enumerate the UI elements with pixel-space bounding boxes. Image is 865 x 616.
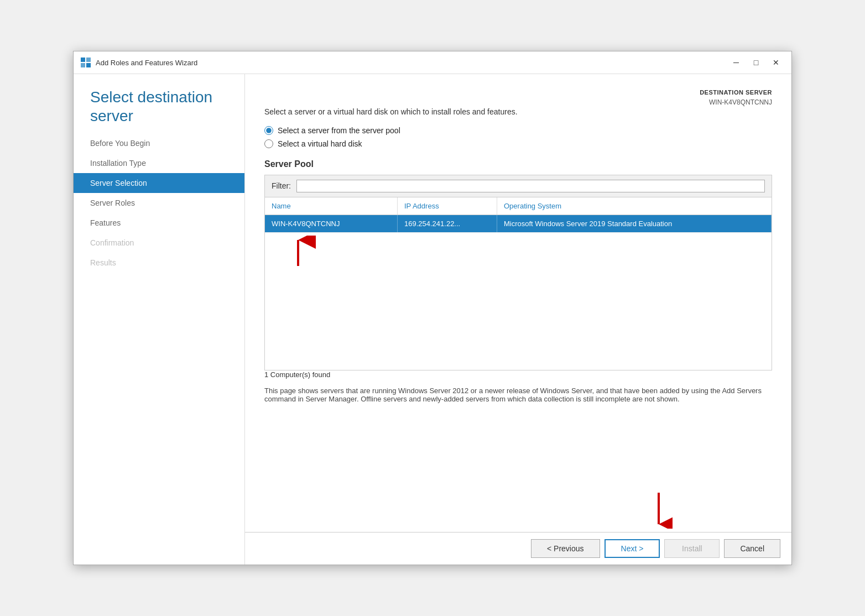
computers-found: 1 Computer(s) found [264, 370, 772, 379]
maximize-button[interactable]: □ [747, 56, 765, 69]
nav-item-before-you-begin[interactable]: Before You Begin [74, 133, 244, 153]
red-arrow-icon [276, 236, 320, 269]
server-pool-container: Filter: Name IP Address Operating System… [264, 175, 772, 370]
filter-input[interactable] [296, 180, 765, 192]
cancel-button[interactable]: Cancel [724, 539, 780, 558]
close-button[interactable]: ✕ [767, 56, 785, 69]
table-header: Name IP Address Operating System [265, 197, 772, 215]
filter-row: Filter: [265, 175, 772, 197]
destination-server-name: WIN-K4V8QNTCNNJ [264, 97, 772, 107]
app-icon [80, 57, 91, 68]
destination-server-label: DESTINATION SERVER [264, 88, 772, 97]
nav-item-confirmation: Confirmation [74, 233, 244, 253]
svg-rect-3 [86, 63, 91, 67]
window-title: Add Roles and Features Wizard [96, 59, 197, 67]
server-pool-title: Server Pool [264, 159, 772, 169]
content-area: Select destination server Before You Beg… [74, 74, 791, 565]
next-button[interactable]: Next > [605, 539, 660, 558]
nav-item-features[interactable]: Features [74, 213, 244, 233]
col-os[interactable]: Operating System [497, 197, 772, 215]
page-description: Select a server or a virtual hard disk o… [264, 107, 772, 116]
footer-description: This page shows servers that are running… [264, 387, 772, 403]
nav-list: Before You BeginInstallation TypeServer … [74, 133, 244, 273]
radio-server-pool-label: Select a server from the server pool [278, 126, 400, 135]
minimize-button[interactable]: ─ [727, 56, 745, 69]
previous-button[interactable]: < Previous [531, 539, 600, 558]
svg-rect-2 [81, 63, 85, 67]
page-title: Select destination server [90, 88, 228, 125]
table-body: WIN-K4V8QNTCNNJ 169.254.241.22... Micros… [265, 215, 772, 370]
destination-server-info: DESTINATION SERVER WIN-K4V8QNTCNNJ [264, 88, 772, 107]
nav-header: Select destination server [74, 74, 244, 133]
nav-item-installation-type[interactable]: Installation Type [74, 153, 244, 173]
main-body: DESTINATION SERVER WIN-K4V8QNTCNNJ Selec… [245, 74, 791, 532]
col-name[interactable]: Name [265, 197, 398, 215]
main-content: DESTINATION SERVER WIN-K4V8QNTCNNJ Selec… [245, 74, 791, 565]
filter-label: Filter: [272, 181, 291, 190]
cell-ip: 169.254.241.22... [398, 215, 497, 232]
radio-group: Select a server from the server pool Sel… [264, 126, 772, 148]
radio-vhd[interactable]: Select a virtual hard disk [264, 139, 772, 148]
nav-item-server-roles[interactable]: Server Roles [74, 193, 244, 213]
install-button[interactable]: Install [664, 539, 720, 558]
bottom-red-arrow-icon [645, 490, 673, 529]
table-row[interactable]: WIN-K4V8QNTCNNJ 169.254.241.22... Micros… [265, 215, 772, 233]
bottom-bar: < Previous Next > Install Cancel [245, 532, 791, 565]
nav-item-results: Results [74, 253, 244, 273]
arrow-annotation [265, 233, 772, 272]
title-bar-controls: ─ □ ✕ [727, 56, 785, 69]
radio-vhd-label: Select a virtual hard disk [278, 139, 362, 148]
left-nav: Select destination server Before You Beg… [74, 74, 245, 565]
svg-rect-0 [81, 58, 85, 62]
radio-server-pool-input[interactable] [264, 126, 273, 135]
cell-name: WIN-K4V8QNTCNNJ [265, 215, 398, 232]
nav-item-server-selection[interactable]: Server Selection [74, 173, 244, 193]
cell-os: Microsoft Windows Server 2019 Standard E… [497, 215, 772, 232]
radio-server-pool[interactable]: Select a server from the server pool [264, 126, 772, 135]
svg-rect-1 [86, 58, 91, 62]
title-bar: Add Roles and Features Wizard ─ □ ✕ [74, 51, 791, 74]
radio-vhd-input[interactable] [264, 139, 273, 148]
title-bar-left: Add Roles and Features Wizard [80, 57, 197, 68]
col-ip[interactable]: IP Address [398, 197, 497, 215]
wizard-window: Add Roles and Features Wizard ─ □ ✕ Sele… [73, 51, 792, 565]
